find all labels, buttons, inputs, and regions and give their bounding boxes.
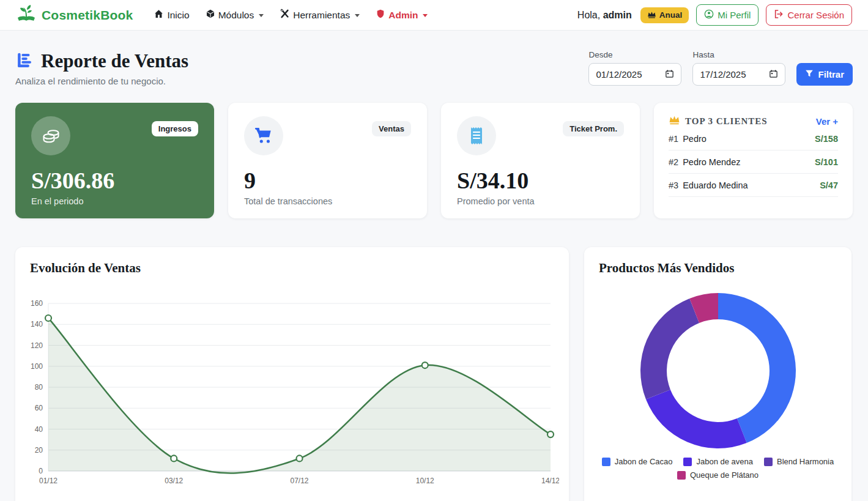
stat-caption: En el periodo <box>31 196 198 206</box>
svg-text:10/12: 10/12 <box>416 477 434 485</box>
to-date-input[interactable]: 17/12/2025 <box>692 63 785 86</box>
home-icon <box>154 9 164 21</box>
stat-caption: Total de transacciones <box>244 196 411 206</box>
sales-line-chart[interactable]: 02040608010012014016001/1203/1207/1210/1… <box>25 276 559 491</box>
svg-text:20: 20 <box>35 446 43 455</box>
stat-value: S/306.86 <box>31 169 198 193</box>
legend-label: Blend Harmonia <box>777 457 834 466</box>
cube-icon <box>206 9 215 21</box>
logout-icon <box>774 9 784 21</box>
chevron-down-icon <box>423 14 428 17</box>
legend-item[interactable]: Jabon de Cacao <box>602 457 673 466</box>
brand-name: CosmetikBook <box>42 8 133 23</box>
tools-icon <box>280 9 290 21</box>
legend-swatch-icon <box>764 458 773 466</box>
coins-icon <box>31 116 70 155</box>
svg-text:160: 160 <box>31 299 43 308</box>
legend-label: Jabon de Cacao <box>615 457 673 466</box>
stat-card-ingresos: Ingresos S/306.86 En el periodo <box>15 103 214 218</box>
receipt-icon <box>457 116 496 155</box>
products-donut-chart[interactable] <box>639 292 797 450</box>
stat-badge: Ticket Prom. <box>563 121 624 136</box>
funnel-icon <box>805 69 814 80</box>
main-nav: Inicio Módulos Herramienta <box>154 9 428 21</box>
plan-badge[interactable]: Anual <box>640 7 689 23</box>
svg-text:100: 100 <box>31 362 43 371</box>
stat-card-ticket: Ticket Prom. S/34.10 Promedio por venta <box>441 103 640 218</box>
logout-button[interactable]: Cerrar Sesión <box>766 4 852 26</box>
nav-item-admin[interactable]: Admin <box>376 9 428 21</box>
crown-icon <box>647 10 656 20</box>
client-amount: S/101 <box>815 157 838 167</box>
stats-row: Ingresos S/306.86 En el periodo Ventas 9… <box>15 103 853 218</box>
crown-icon <box>669 115 680 127</box>
nav-item-modulos[interactable]: Módulos <box>206 9 264 21</box>
donut-legend: Jabon de CacaoJabon de avenaBlend Harmon… <box>597 457 839 480</box>
stat-caption: Promedio por venta <box>457 196 624 206</box>
from-date-label: Desde <box>588 50 681 59</box>
svg-text:07/12: 07/12 <box>290 477 308 485</box>
filter-button[interactable]: Filtrar <box>796 63 853 86</box>
cart-icon <box>244 116 283 155</box>
page-header: Reporte de Ventas Analiza el rendimiento… <box>15 50 853 86</box>
stat-badge: Ventas <box>372 121 411 136</box>
stat-badge: Ingresos <box>152 121 198 136</box>
client-amount: S/158 <box>815 134 838 144</box>
svg-text:140: 140 <box>31 320 43 328</box>
client-row: #2Pedro Mendez S/101 <box>669 150 838 174</box>
stat-value: 9 <box>244 169 411 193</box>
svg-text:0: 0 <box>39 467 43 475</box>
client-row: #3Eduardo Medina S/47 <box>669 174 838 197</box>
svg-text:14/12: 14/12 <box>541 477 559 485</box>
stat-value: S/34.10 <box>457 169 624 193</box>
see-more-link[interactable]: Ver + <box>816 116 838 127</box>
stat-card-ventas: Ventas 9 Total de transacciones <box>228 103 427 218</box>
page-subtitle: Analiza el rendimiento de tu negocio. <box>15 76 188 86</box>
navbar: CosmetikBook Inicio Módulos <box>0 0 868 31</box>
nav-label: Admin <box>388 10 418 21</box>
svg-text:60: 60 <box>35 404 43 412</box>
line-chart-title: Evolución de Ventas <box>30 261 559 276</box>
shield-icon <box>376 9 385 21</box>
nav-label: Módulos <box>218 10 254 21</box>
legend-label: Jabon de avena <box>696 457 753 466</box>
nav-item-inicio[interactable]: Inicio <box>154 9 189 21</box>
legend-swatch-icon <box>683 458 692 466</box>
legend-label: Queque de Plátano <box>690 470 759 480</box>
calendar-icon[interactable] <box>769 69 778 80</box>
sales-evolution-card: Evolución de Ventas 02040608010012014016… <box>15 247 569 501</box>
svg-text:40: 40 <box>35 425 43 434</box>
username: admin <box>603 10 632 20</box>
top-products-card: Productos Más Vendidos Jabon de CacaoJab… <box>584 247 851 501</box>
nav-label: Herramientas <box>293 10 350 21</box>
top-clients-title: TOP 3 CLIENTES <box>669 115 768 127</box>
svg-text:80: 80 <box>35 383 43 392</box>
date-filters: Desde 01/12/2025 Hasta 17/12/2025 <box>588 50 853 86</box>
donut-chart-title: Productos Más Vendidos <box>599 261 842 276</box>
charts-row: Evolución de Ventas 02040608010012014016… <box>15 247 853 501</box>
legend-swatch-icon <box>677 471 686 480</box>
profile-button[interactable]: Mi Perfil <box>696 4 759 26</box>
nav-item-herramientas[interactable]: Herramientas <box>280 9 360 21</box>
svg-text:120: 120 <box>31 341 43 350</box>
top-clients-card: TOP 3 CLIENTES Ver + #1Pedro S/158 #2Ped… <box>654 103 853 218</box>
legend-swatch-icon <box>602 458 610 466</box>
person-icon <box>704 9 714 21</box>
from-date-input[interactable]: 01/12/2025 <box>588 63 681 86</box>
legend-item[interactable]: Jabon de avena <box>683 457 753 466</box>
greeting: Hola, admin <box>577 10 632 21</box>
legend-item[interactable]: Blend Harmonia <box>764 457 834 466</box>
brand-logo[interactable]: CosmetikBook <box>16 4 133 26</box>
chevron-down-icon <box>355 14 360 17</box>
nav-label: Inicio <box>167 10 189 21</box>
client-row: #1Pedro S/158 <box>669 127 838 150</box>
to-date-label: Hasta <box>692 50 785 59</box>
page-title: Reporte de Ventas <box>41 50 188 72</box>
calendar-icon[interactable] <box>665 69 674 80</box>
chevron-down-icon <box>259 14 264 17</box>
bar-chart-icon <box>15 51 35 72</box>
svg-text:01/12: 01/12 <box>39 477 57 485</box>
legend-item[interactable]: Queque de Plátano <box>677 470 759 480</box>
cosmetikbook-logo-icon <box>16 4 37 26</box>
client-amount: S/47 <box>820 180 838 190</box>
